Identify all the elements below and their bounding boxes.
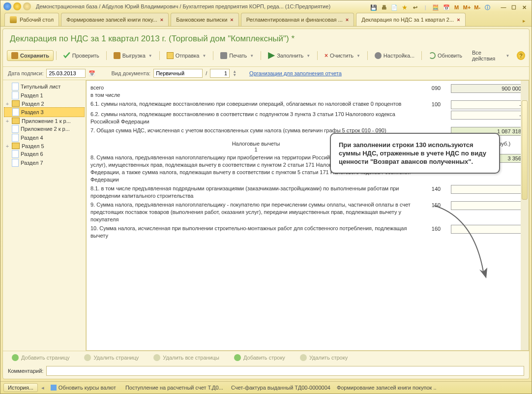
date-picker-icon[interactable]: 📅 — [89, 70, 95, 77]
doctype-input[interactable] — [153, 69, 203, 78]
tab-scroll-right-icon[interactable]: ▸ — [521, 16, 528, 26]
page-input[interactable] — [210, 69, 230, 78]
tab-close-icon[interactable]: × — [160, 17, 163, 23]
spinner-icon[interactable]: ▲▼ — [233, 70, 236, 77]
save-icon[interactable]: 💾 — [369, 3, 378, 11]
close-button[interactable]: ✕ — [520, 3, 529, 11]
status-item[interactable]: Формирование записей книги покупок ... — [332, 384, 436, 392]
refresh-button[interactable]: Обновить — [424, 50, 467, 61]
sign-date-input[interactable] — [46, 69, 86, 78]
tree-node[interactable]: Раздел 6 — [4, 150, 85, 158]
add-row-button[interactable]: Добавить строку — [229, 353, 290, 363]
print-icon[interactable]: 🖶 — [380, 3, 388, 11]
info-icon[interactable]: ⓘ — [483, 3, 492, 11]
status-item[interactable]: Счет-фактура выданный ТД00-0000004 о... — [226, 384, 330, 392]
sep: | — [421, 3, 430, 11]
comment-input[interactable] — [46, 366, 524, 376]
save-button[interactable]: Сохранить — [7, 50, 54, 61]
scrollbar-thumb[interactable] — [522, 100, 528, 200]
export-button[interactable]: Выгрузка▼ — [109, 50, 157, 61]
gear-icon — [375, 52, 382, 59]
help-icon[interactable]: ? — [517, 51, 525, 60]
expand-icon[interactable]: + — [5, 118, 10, 124]
status-icon — [51, 385, 57, 391]
tab-bank[interactable]: Банковские выписки × — [171, 13, 239, 26]
tree-label: Приложение 1 к р... — [22, 118, 71, 124]
doc-icon[interactable]: 📄 — [390, 3, 399, 11]
all-actions-button[interactable]: Все действия▼ — [468, 48, 514, 63]
minimize-button[interactable]: — — [499, 3, 508, 11]
del-page-button[interactable]: Удалить страницу — [79, 353, 144, 363]
tree-node-selected[interactable]: Раздел 3 — [4, 107, 85, 117]
app-window: Демонстрационная база / Абдулов Юрий Вла… — [0, 0, 532, 394]
status-item[interactable]: Обновить курсы валют — [48, 384, 119, 392]
mplus-button[interactable]: M+ — [463, 3, 472, 11]
row-code: 140 — [421, 185, 451, 192]
tree-node[interactable]: Титульный лист — [4, 82, 85, 91]
button-label: Все действия — [472, 50, 503, 61]
tree-node[interactable]: Раздел 4 — [4, 133, 85, 142]
section-tree[interactable]: Титульный лист Раздел 1 +Раздел 2 Раздел… — [3, 80, 86, 351]
folder-icon — [12, 118, 20, 124]
value-input[interactable]: - — [451, 100, 525, 109]
calc-icon[interactable]: 🧮 — [431, 3, 440, 11]
status-item[interactable]: Поступление на расчетный счет Т.Д0... — [120, 384, 225, 392]
tab-reporting[interactable]: Регламентированная и финансовая ... × — [241, 13, 354, 26]
titlebar-icon[interactable] — [13, 2, 21, 10]
app-menu-icon[interactable] — [3, 2, 11, 10]
row-code — [421, 111, 451, 112]
tree-node[interactable]: Раздел 1 — [4, 91, 85, 100]
status-label: Обновить курсы валют — [59, 385, 116, 391]
titlebar-icon-2[interactable] — [23, 2, 31, 10]
tab-book-entries[interactable]: Формирование записей книги поку... × — [61, 13, 169, 26]
tree-node[interactable]: +Раздел 5 — [4, 142, 85, 150]
tree-node[interactable]: Приложение 2 к р... — [4, 124, 85, 133]
star-icon[interactable]: ★ — [400, 3, 409, 11]
expand-icon[interactable]: + — [5, 143, 10, 149]
tab-label: Декларация по НДС за 1 квартал 2... — [361, 17, 454, 23]
clear-button[interactable]: × Очистить▼ — [320, 51, 365, 61]
tab-close-icon[interactable]: × — [457, 17, 460, 23]
tree-node[interactable]: Раздел 7 — [4, 158, 85, 167]
fill-button[interactable]: Заполнить▼ — [264, 50, 315, 61]
calendar-icon[interactable]: 📅 — [442, 3, 451, 11]
bottom-toolbar: Добавить страницу Удалить страницу Удали… — [3, 351, 529, 364]
tab-declaration[interactable]: Декларация по НДС за 1 квартал 2... × — [356, 13, 465, 26]
tab-label: Формирование записей книги поку... — [66, 17, 157, 23]
tree-label: Приложение 2 к р... — [21, 126, 70, 132]
play-icon — [268, 52, 275, 59]
button-label: Добавить страницу — [21, 355, 69, 361]
status-prev-icon[interactable]: ◂ — [39, 385, 46, 391]
tab-desktop[interactable]: Рабочий стол — [4, 13, 59, 26]
value-input[interactable]: - — [451, 111, 525, 120]
mminus-button[interactable]: M- — [473, 3, 482, 11]
button-label: Обновить — [438, 53, 462, 59]
expand-icon[interactable]: + — [5, 101, 10, 107]
value-input[interactable] — [451, 185, 525, 194]
history-icon[interactable]: ↩ — [411, 3, 419, 11]
x-icon: × — [325, 53, 328, 59]
button-label: Выгрузка — [122, 53, 146, 59]
toolbar: Сохранить Проверить Выгрузка▼ Отправка▼ … — [3, 47, 529, 67]
org-link[interactable]: Организации для заполнения отчета — [249, 70, 342, 76]
statusbar: История... ◂ Обновить курсы валют Поступ… — [0, 381, 532, 394]
tree-node[interactable]: +Приложение 1 к р... — [4, 117, 85, 124]
send-button[interactable]: Отправка▼ — [162, 50, 211, 61]
vertical-scrollbar[interactable] — [521, 81, 529, 350]
report-form[interactable]: всегов том числе 090 900 000 6.1. суммы … — [86, 80, 529, 351]
tab-close-icon[interactable]: × — [230, 17, 233, 23]
button-label: Удалить строку — [309, 355, 348, 361]
add-page-button[interactable]: Добавить страницу — [7, 353, 74, 363]
tab-close-icon[interactable]: × — [346, 17, 349, 23]
del-all-pages-button[interactable]: Удалить все страницы — [148, 353, 224, 363]
check-button[interactable]: Проверить — [59, 50, 104, 61]
settings-button[interactable]: Настройка... — [370, 50, 419, 61]
print-button[interactable]: Печать▼ — [216, 50, 258, 61]
row-desc: 6.2. суммы налога, подлежащие восстановл… — [90, 111, 421, 125]
m-button[interactable]: M — [452, 3, 461, 11]
row-code — [421, 127, 451, 128]
del-row-button[interactable]: Удалить строку — [295, 353, 353, 363]
maximize-button[interactable]: ☐ — [509, 3, 518, 11]
tree-node[interactable]: +Раздел 2 — [4, 100, 85, 107]
history-button[interactable]: История... — [3, 383, 38, 392]
